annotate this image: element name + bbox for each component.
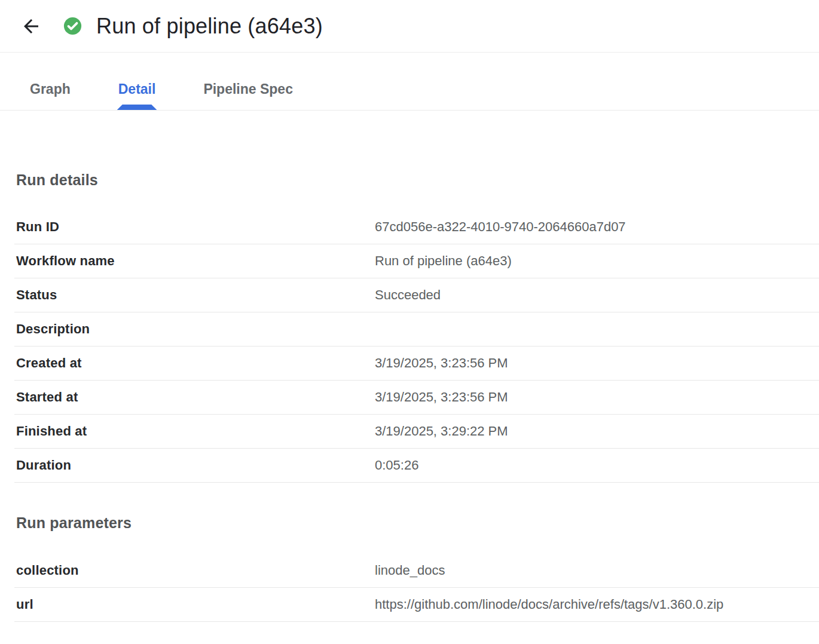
page-title: Run of pipeline (a64e3) <box>96 14 323 39</box>
tab-graph[interactable]: Graph <box>6 81 94 110</box>
row-label: Run ID <box>16 219 375 235</box>
row-label: Workflow name <box>16 253 375 269</box>
row-value: 0:05:26 <box>375 458 819 473</box>
back-button[interactable] <box>19 14 43 38</box>
run-details-heading: Run details <box>0 171 819 189</box>
row-value: 3/19/2025, 3:23:56 PM <box>375 390 819 405</box>
row-label: Finished at <box>16 424 375 439</box>
row-value: 3/19/2025, 3:23:56 PM <box>375 355 819 371</box>
active-tab-indicator <box>117 105 157 110</box>
row-label: Created at <box>16 355 375 371</box>
row-value: 3/19/2025, 3:29:22 PM <box>375 424 819 439</box>
tab-detail-label: Detail <box>118 81 156 97</box>
run-parameters-heading: Run parameters <box>0 514 819 532</box>
row-value: 67cd056e-a322-4010-9740-2064660a7d07 <box>375 219 819 235</box>
row-label: Started at <box>16 390 375 405</box>
tab-pipeline-spec-label: Pipeline Spec <box>203 81 293 97</box>
run-header: Run of pipeline (a64e3) <box>0 0 819 53</box>
table-row-url: url https://github.com/linode/docs/archi… <box>14 588 819 622</box>
table-row-run-id: Run ID 67cd056e-a322-4010-9740-2064660a7… <box>14 210 819 244</box>
success-status-icon <box>62 16 83 36</box>
row-label: collection <box>16 563 375 578</box>
tab-pipeline-spec[interactable]: Pipeline Spec <box>179 81 317 110</box>
row-value: linode_docs <box>375 563 819 578</box>
run-parameters-table: collection linode_docs url https://githu… <box>14 554 819 622</box>
tab-bar: Graph Detail Pipeline Spec <box>0 53 819 111</box>
table-row-workflow-name: Workflow name Run of pipeline (a64e3) <box>14 244 819 278</box>
table-row-finished-at: Finished at 3/19/2025, 3:29:22 PM <box>14 415 819 449</box>
table-row-description: Description <box>14 312 819 346</box>
row-label: Duration <box>16 458 375 473</box>
table-row-collection: collection linode_docs <box>14 554 819 588</box>
table-row-created-at: Created at 3/19/2025, 3:23:56 PM <box>14 346 819 381</box>
arrow-back-icon <box>20 16 42 37</box>
row-label: Description <box>16 321 375 337</box>
tab-detail[interactable]: Detail <box>94 81 180 110</box>
tab-graph-label: Graph <box>30 81 71 97</box>
table-row-started-at: Started at 3/19/2025, 3:23:56 PM <box>14 381 819 415</box>
table-row-duration: Duration 0:05:26 <box>14 449 819 483</box>
row-label: url <box>16 597 375 612</box>
table-row-status: Status Succeeded <box>14 278 819 312</box>
row-value: Run of pipeline (a64e3) <box>375 253 819 269</box>
run-detail-content: Run details Run ID 67cd056e-a322-4010-97… <box>0 171 819 622</box>
row-value: Succeeded <box>375 287 819 303</box>
run-details-table: Run ID 67cd056e-a322-4010-9740-2064660a7… <box>14 210 819 483</box>
row-value: https://github.com/linode/docs/archive/r… <box>375 597 819 612</box>
row-label: Status <box>16 287 375 303</box>
